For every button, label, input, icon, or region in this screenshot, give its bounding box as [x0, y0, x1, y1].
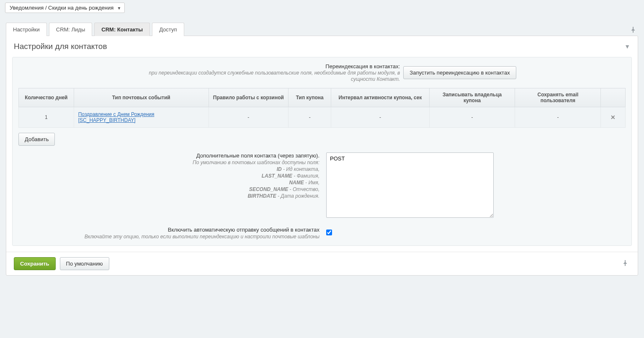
collapse-icon[interactable]: ▼ — [624, 43, 630, 50]
cell-save-owner: - — [429, 107, 515, 128]
cell-coupon-type: - — [288, 107, 331, 128]
extra-fields-hint-intro: По умолчанию в почтовых шаблонах доступн… — [18, 160, 319, 165]
extra-fields-label: Дополнительные поля контакта (через запя… — [196, 152, 319, 159]
save-button[interactable]: Сохранить — [14, 257, 56, 270]
settings-box: Переиндексация в контактах: при переинде… — [12, 57, 632, 246]
tabs-row: Настройки CRM: Лиды CRM: Контакты Доступ — [0, 22, 644, 36]
th-event-type: Тип почтовых событий — [74, 88, 209, 107]
pin-footer-icon[interactable] — [620, 258, 630, 269]
default-button[interactable]: По умолчанию — [60, 257, 109, 270]
pin-icon[interactable] — [628, 25, 638, 36]
cell-days: 1 — [19, 107, 74, 128]
auto-send-hint: Включайте эту опцию, только если выполни… — [18, 234, 319, 240]
tab-crm-leads[interactable]: CRM: Лиды — [49, 23, 93, 36]
reindex-label: Переиндексация в контактах: — [325, 63, 400, 70]
main-panel: Настройки для контактов ▼ Переиндексация… — [6, 36, 638, 276]
th-coupon-type: Тип купона — [288, 88, 331, 107]
cell-basket-rule: - — [209, 107, 288, 128]
th-coupon-interval: Интервал активности купона, сек — [331, 88, 429, 107]
event-type-link[interactable]: Поздравление с Днем Рождения [SC_HAPPY_B… — [78, 111, 155, 123]
reindex-button[interactable]: Запустить переиндексацию в контактах — [403, 66, 516, 79]
table-row: 1 Поздравление с Днем Рождения [SC_HAPPY… — [19, 107, 626, 128]
th-save-email: Сохранять email пользователя — [515, 88, 601, 107]
breadcrumb-select-value: Уведомления / Скидки на день рождения — [10, 5, 113, 11]
auto-send-checkbox[interactable] — [326, 230, 332, 235]
tab-crm-contacts[interactable]: CRM: Контакты — [94, 23, 150, 36]
add-button[interactable]: Добавить — [18, 133, 55, 146]
cell-coupon-interval: - — [331, 107, 429, 128]
th-actions — [601, 88, 626, 107]
auto-send-label: Включить автоматическую отправку сообщен… — [168, 227, 319, 233]
th-days: Количество дней — [19, 88, 74, 107]
breadcrumb-select[interactable]: Уведомления / Скидки на день рождения ▼ — [5, 3, 125, 13]
reindex-note: при переиндексации создадутся служебные … — [149, 70, 400, 82]
chevron-down-icon: ▼ — [117, 5, 121, 10]
tab-settings[interactable]: Настройки — [6, 23, 47, 36]
delete-row-icon[interactable]: ✕ — [611, 114, 616, 121]
th-save-owner: Записывать владельца купона — [429, 88, 515, 107]
tab-access[interactable]: Доступ — [152, 23, 184, 36]
events-table: Количество дней Тип почтовых событий Пра… — [18, 88, 626, 128]
extra-fields-textarea[interactable] — [326, 152, 494, 218]
th-basket-rule: Правило работы с корзиной — [209, 88, 288, 107]
cell-save-email: - — [515, 107, 601, 128]
page-title: Настройки для контактов — [14, 42, 107, 51]
